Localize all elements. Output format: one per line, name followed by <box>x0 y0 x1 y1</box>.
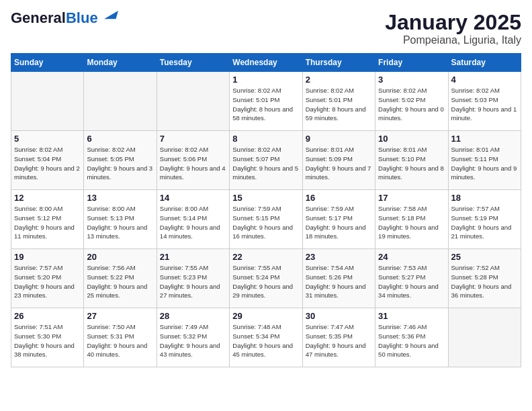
day-info: Sunrise: 8:02 AM Sunset: 5:06 PM Dayligh… <box>160 145 226 182</box>
calendar-cell <box>448 308 521 367</box>
calendar-cell: 30Sunrise: 7:47 AM Sunset: 5:35 PM Dayli… <box>302 308 375 367</box>
weekday-header: Tuesday <box>157 54 229 72</box>
day-number: 22 <box>232 252 299 262</box>
day-number: 12 <box>14 193 81 203</box>
calendar-cell: 11Sunrise: 8:01 AM Sunset: 5:11 PM Dayli… <box>448 131 521 190</box>
day-info: Sunrise: 8:01 AM Sunset: 5:10 PM Dayligh… <box>378 145 445 182</box>
day-number: 8 <box>232 134 299 144</box>
day-info: Sunrise: 7:55 AM Sunset: 5:24 PM Dayligh… <box>232 263 299 300</box>
day-info: Sunrise: 7:46 AM Sunset: 5:36 PM Dayligh… <box>378 322 445 359</box>
weekday-header: Sunday <box>11 54 84 72</box>
calendar-cell: 9Sunrise: 8:01 AM Sunset: 5:09 PM Daylig… <box>302 131 375 190</box>
day-number: 4 <box>451 75 518 85</box>
calendar-week-row: 19Sunrise: 7:57 AM Sunset: 5:20 PM Dayli… <box>11 249 521 308</box>
calendar-cell: 2Sunrise: 8:02 AM Sunset: 5:01 PM Daylig… <box>302 72 375 131</box>
calendar-cell: 3Sunrise: 8:02 AM Sunset: 5:02 PM Daylig… <box>375 72 448 131</box>
day-info: Sunrise: 7:53 AM Sunset: 5:27 PM Dayligh… <box>378 263 445 300</box>
day-info: Sunrise: 8:02 AM Sunset: 5:04 PM Dayligh… <box>14 145 81 182</box>
day-info: Sunrise: 7:48 AM Sunset: 5:34 PM Dayligh… <box>232 322 299 359</box>
day-number: 13 <box>87 193 153 203</box>
calendar-cell: 8Sunrise: 8:02 AM Sunset: 5:07 PM Daylig… <box>230 131 302 190</box>
calendar-cell: 31Sunrise: 7:46 AM Sunset: 5:36 PM Dayli… <box>375 308 448 367</box>
calendar-cell: 16Sunrise: 7:59 AM Sunset: 5:17 PM Dayli… <box>302 190 375 249</box>
svg-marker-0 <box>104 11 118 19</box>
day-number: 24 <box>378 252 445 262</box>
day-info: Sunrise: 7:57 AM Sunset: 5:20 PM Dayligh… <box>14 263 81 300</box>
day-number: 18 <box>451 193 518 203</box>
weekday-header: Monday <box>84 54 157 72</box>
calendar-cell <box>84 72 157 131</box>
calendar-week-row: 26Sunrise: 7:51 AM Sunset: 5:30 PM Dayli… <box>11 308 521 367</box>
calendar-cell: 18Sunrise: 7:57 AM Sunset: 5:19 PM Dayli… <box>448 190 521 249</box>
day-info: Sunrise: 8:02 AM Sunset: 5:03 PM Dayligh… <box>451 86 518 123</box>
day-number: 29 <box>232 311 299 321</box>
calendar-cell: 29Sunrise: 7:48 AM Sunset: 5:34 PM Dayli… <box>230 308 302 367</box>
day-number: 9 <box>306 134 372 144</box>
day-number: 19 <box>14 252 81 262</box>
day-info: Sunrise: 8:02 AM Sunset: 5:01 PM Dayligh… <box>306 86 372 123</box>
title-block: January 2025 Pompeiana, Liguria, Italy <box>385 11 521 46</box>
calendar-week-row: 1Sunrise: 8:02 AM Sunset: 5:01 PM Daylig… <box>11 72 521 131</box>
calendar-cell: 22Sunrise: 7:55 AM Sunset: 5:24 PM Dayli… <box>230 249 302 308</box>
calendar-cell: 17Sunrise: 7:58 AM Sunset: 5:18 PM Dayli… <box>375 190 448 249</box>
day-info: Sunrise: 8:00 AM Sunset: 5:14 PM Dayligh… <box>160 204 226 241</box>
calendar-cell: 5Sunrise: 8:02 AM Sunset: 5:04 PM Daylig… <box>11 131 84 190</box>
calendar-cell: 4Sunrise: 8:02 AM Sunset: 5:03 PM Daylig… <box>448 72 521 131</box>
day-info: Sunrise: 7:59 AM Sunset: 5:15 PM Dayligh… <box>232 204 299 241</box>
calendar-cell: 26Sunrise: 7:51 AM Sunset: 5:30 PM Dayli… <box>11 308 84 367</box>
day-number: 31 <box>378 311 445 321</box>
page-header: GeneralBlue January 2025 Pompeiana, Ligu… <box>11 11 521 46</box>
month-title: January 2025 <box>385 11 521 34</box>
calendar-cell: 28Sunrise: 7:49 AM Sunset: 5:32 PM Dayli… <box>157 308 229 367</box>
day-number: 25 <box>451 252 518 262</box>
calendar-cell: 13Sunrise: 8:00 AM Sunset: 5:13 PM Dayli… <box>84 190 157 249</box>
day-number: 1 <box>232 75 299 85</box>
day-info: Sunrise: 8:02 AM Sunset: 5:02 PM Dayligh… <box>378 86 445 123</box>
day-info: Sunrise: 7:56 AM Sunset: 5:22 PM Dayligh… <box>87 263 153 300</box>
day-info: Sunrise: 7:49 AM Sunset: 5:32 PM Dayligh… <box>160 322 226 359</box>
calendar-cell: 20Sunrise: 7:56 AM Sunset: 5:22 PM Dayli… <box>84 249 157 308</box>
calendar-cell: 14Sunrise: 8:00 AM Sunset: 5:14 PM Dayli… <box>157 190 229 249</box>
day-number: 21 <box>160 252 226 262</box>
calendar-cell: 12Sunrise: 8:00 AM Sunset: 5:12 PM Dayli… <box>11 190 84 249</box>
day-number: 15 <box>232 193 299 203</box>
calendar-cell: 19Sunrise: 7:57 AM Sunset: 5:20 PM Dayli… <box>11 249 84 308</box>
weekday-header: Saturday <box>448 54 521 72</box>
calendar-cell <box>11 72 84 131</box>
calendar-cell: 1Sunrise: 8:02 AM Sunset: 5:01 PM Daylig… <box>230 72 302 131</box>
day-number: 27 <box>87 311 153 321</box>
weekday-header: Wednesday <box>230 54 302 72</box>
weekday-header: Thursday <box>302 54 375 72</box>
day-info: Sunrise: 8:02 AM Sunset: 5:05 PM Dayligh… <box>87 145 153 182</box>
day-info: Sunrise: 8:02 AM Sunset: 5:07 PM Dayligh… <box>232 145 299 182</box>
day-info: Sunrise: 7:51 AM Sunset: 5:30 PM Dayligh… <box>14 322 81 359</box>
logo: GeneralBlue <box>11 11 118 26</box>
calendar-cell: 10Sunrise: 8:01 AM Sunset: 5:10 PM Dayli… <box>375 131 448 190</box>
day-number: 20 <box>87 252 153 262</box>
day-number: 10 <box>378 134 445 144</box>
day-info: Sunrise: 7:55 AM Sunset: 5:23 PM Dayligh… <box>160 263 226 300</box>
day-info: Sunrise: 7:54 AM Sunset: 5:26 PM Dayligh… <box>306 263 372 300</box>
calendar-cell: 21Sunrise: 7:55 AM Sunset: 5:23 PM Dayli… <box>157 249 229 308</box>
calendar-cell: 6Sunrise: 8:02 AM Sunset: 5:05 PM Daylig… <box>84 131 157 190</box>
day-number: 26 <box>14 311 81 321</box>
day-number: 2 <box>306 75 372 85</box>
day-number: 7 <box>160 134 226 144</box>
weekday-header: Friday <box>375 54 448 72</box>
day-info: Sunrise: 7:52 AM Sunset: 5:28 PM Dayligh… <box>451 263 518 300</box>
location: Pompeiana, Liguria, Italy <box>385 34 521 46</box>
calendar-cell: 7Sunrise: 8:02 AM Sunset: 5:06 PM Daylig… <box>157 131 229 190</box>
calendar-week-row: 5Sunrise: 8:02 AM Sunset: 5:04 PM Daylig… <box>11 131 521 190</box>
day-info: Sunrise: 8:02 AM Sunset: 5:01 PM Dayligh… <box>232 86 299 123</box>
day-number: 5 <box>14 134 81 144</box>
day-number: 16 <box>306 193 372 203</box>
day-info: Sunrise: 7:59 AM Sunset: 5:17 PM Dayligh… <box>306 204 372 241</box>
logo-icon <box>99 11 118 20</box>
day-info: Sunrise: 7:47 AM Sunset: 5:35 PM Dayligh… <box>306 322 372 359</box>
day-number: 28 <box>160 311 226 321</box>
calendar-week-row: 12Sunrise: 8:00 AM Sunset: 5:12 PM Dayli… <box>11 190 521 249</box>
calendar-cell: 15Sunrise: 7:59 AM Sunset: 5:15 PM Dayli… <box>230 190 302 249</box>
calendar-cell: 23Sunrise: 7:54 AM Sunset: 5:26 PM Dayli… <box>302 249 375 308</box>
calendar-cell: 24Sunrise: 7:53 AM Sunset: 5:27 PM Dayli… <box>375 249 448 308</box>
day-info: Sunrise: 8:00 AM Sunset: 5:12 PM Dayligh… <box>14 204 81 241</box>
